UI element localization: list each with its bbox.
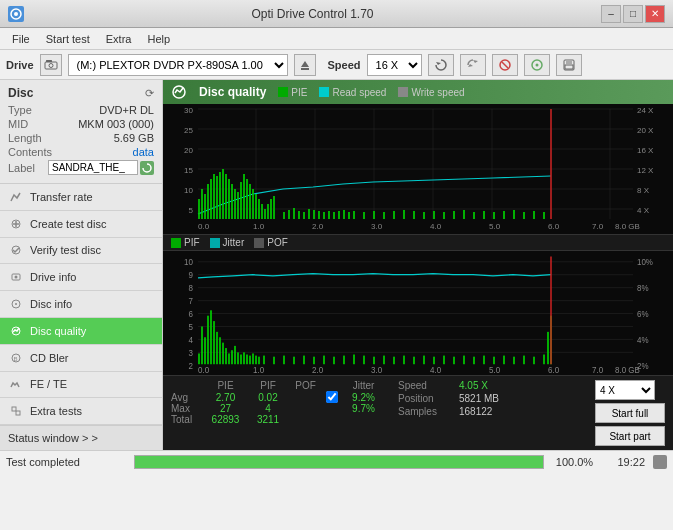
avg-pie: 2.70 bbox=[203, 392, 248, 403]
svg-text:10: 10 bbox=[184, 186, 193, 195]
svg-point-24 bbox=[15, 303, 17, 305]
max-pif: 4 bbox=[248, 403, 288, 414]
svg-point-13 bbox=[535, 63, 538, 66]
svg-rect-152 bbox=[204, 337, 206, 364]
menu-extra[interactable]: Extra bbox=[98, 31, 140, 47]
svg-rect-102 bbox=[403, 210, 405, 219]
nav-disc-quality[interactable]: Disc quality bbox=[0, 318, 162, 345]
svg-rect-180 bbox=[353, 355, 355, 365]
start-part-button[interactable]: Start part bbox=[595, 426, 665, 446]
max-pie: 27 bbox=[203, 403, 248, 414]
type-value: DVD+R DL bbox=[99, 104, 154, 116]
save-button[interactable] bbox=[556, 54, 582, 76]
svg-text:7.0: 7.0 bbox=[592, 222, 604, 231]
svg-text:5: 5 bbox=[189, 206, 194, 215]
svg-rect-4 bbox=[46, 60, 52, 62]
svg-text:0.0: 0.0 bbox=[198, 222, 210, 231]
svg-text:8%: 8% bbox=[637, 283, 649, 293]
stats-header-row: PIE PIF POF Jitter bbox=[171, 380, 386, 391]
eject-button[interactable] bbox=[294, 54, 316, 76]
minimize-button[interactable]: – bbox=[601, 5, 621, 23]
position-stat-label: Position bbox=[398, 393, 453, 404]
speed-select[interactable]: 16 X 4 X 8 X 12 X 20 X 24 X bbox=[367, 54, 422, 76]
svg-rect-175 bbox=[303, 356, 305, 365]
nav-fe-te[interactable]: FE / TE bbox=[0, 372, 162, 399]
svg-marker-9 bbox=[473, 60, 478, 63]
svg-rect-28 bbox=[12, 407, 16, 411]
nav-cd-bler[interactable]: B CD Bler bbox=[0, 345, 162, 372]
svg-rect-63 bbox=[216, 176, 218, 219]
transfer-rate-icon bbox=[8, 189, 24, 205]
svg-rect-62 bbox=[213, 174, 215, 219]
svg-rect-84 bbox=[288, 210, 290, 219]
svg-rect-77 bbox=[258, 199, 260, 219]
contents-label: Contents bbox=[8, 146, 52, 158]
menu-help[interactable]: Help bbox=[139, 31, 178, 47]
disc-arrow-icon[interactable]: ⟳ bbox=[145, 87, 154, 100]
svg-text:2.0: 2.0 bbox=[312, 365, 323, 375]
nav-verify-test-disc[interactable]: Verify test disc bbox=[0, 238, 162, 265]
svg-rect-169 bbox=[255, 356, 257, 365]
svg-rect-29 bbox=[16, 411, 20, 415]
svg-text:2: 2 bbox=[189, 360, 194, 370]
status-indicator bbox=[653, 455, 667, 469]
disc-section-title: Disc bbox=[8, 86, 33, 100]
stop-button[interactable] bbox=[460, 54, 486, 76]
disc-quality-title: Disc quality bbox=[199, 85, 266, 99]
erase-button[interactable] bbox=[492, 54, 518, 76]
nav-drive-info[interactable]: Drive info bbox=[0, 264, 162, 291]
svg-rect-114 bbox=[523, 212, 525, 219]
drive-select[interactable]: (M:) PLEXTOR DVDR PX-890SA 1.00 bbox=[68, 54, 288, 76]
refresh-button[interactable] bbox=[428, 54, 454, 76]
svg-rect-161 bbox=[231, 350, 233, 364]
svg-text:B: B bbox=[14, 355, 18, 361]
svg-text:5.0: 5.0 bbox=[489, 365, 500, 375]
svg-rect-74 bbox=[249, 184, 251, 219]
nav-disc-info[interactable]: Disc info bbox=[0, 291, 162, 318]
avg-pif: 0.02 bbox=[248, 392, 288, 403]
nav-extra-tests[interactable]: Extra tests bbox=[0, 398, 162, 425]
svg-rect-68 bbox=[231, 184, 233, 219]
svg-rect-160 bbox=[228, 353, 230, 364]
svg-text:6%: 6% bbox=[637, 308, 649, 318]
svg-text:1.0: 1.0 bbox=[253, 365, 264, 375]
svg-rect-67 bbox=[228, 179, 230, 219]
left-panel: Disc ⟳ Type DVD+R DL MID MKM 003 (000) L… bbox=[0, 80, 163, 450]
svg-rect-168 bbox=[252, 353, 254, 364]
svg-rect-96 bbox=[348, 212, 350, 219]
svg-rect-105 bbox=[433, 211, 435, 219]
nav-transfer-rate[interactable]: Transfer rate bbox=[0, 184, 162, 211]
label-input[interactable] bbox=[48, 160, 138, 175]
speed-stat-label: Speed bbox=[398, 380, 453, 391]
menu-start-test[interactable]: Start test bbox=[38, 31, 98, 47]
svg-rect-155 bbox=[213, 321, 215, 364]
svg-rect-158 bbox=[222, 343, 224, 365]
svg-rect-194 bbox=[493, 357, 495, 365]
drive-icon-btn[interactable] bbox=[40, 54, 62, 76]
start-full-button[interactable]: Start full bbox=[595, 403, 665, 423]
cd-icon-button[interactable] bbox=[524, 54, 550, 76]
svg-text:9: 9 bbox=[189, 270, 194, 280]
svg-rect-61 bbox=[210, 179, 212, 219]
nav-disc-info-label: Disc info bbox=[30, 298, 72, 310]
close-button[interactable]: ✕ bbox=[645, 5, 665, 23]
status-window-button[interactable]: Status window > > bbox=[0, 425, 162, 450]
legend-pie-label: PIE bbox=[291, 87, 307, 98]
svg-rect-176 bbox=[313, 357, 315, 365]
total-pif: 3211 bbox=[248, 414, 288, 425]
nav-create-test-disc[interactable]: Create test disc bbox=[0, 211, 162, 238]
total-row: Total 62893 3211 bbox=[171, 414, 386, 425]
menu-file[interactable]: File bbox=[4, 31, 38, 47]
svg-rect-181 bbox=[363, 356, 365, 365]
maximize-button[interactable]: □ bbox=[623, 5, 643, 23]
svg-text:4 X: 4 X bbox=[637, 206, 650, 215]
svg-rect-104 bbox=[423, 212, 425, 219]
speed-combo-select[interactable]: 4 X 8 X 16 X bbox=[595, 380, 655, 400]
total-label: Total bbox=[171, 414, 203, 425]
legend-pof-label: POF bbox=[267, 237, 288, 248]
svg-rect-82 bbox=[273, 196, 275, 219]
jitter-checkbox[interactable] bbox=[326, 391, 338, 403]
svg-rect-112 bbox=[503, 211, 505, 219]
label-refresh-button[interactable] bbox=[140, 161, 154, 175]
samples-stat-value: 168122 bbox=[459, 406, 492, 417]
